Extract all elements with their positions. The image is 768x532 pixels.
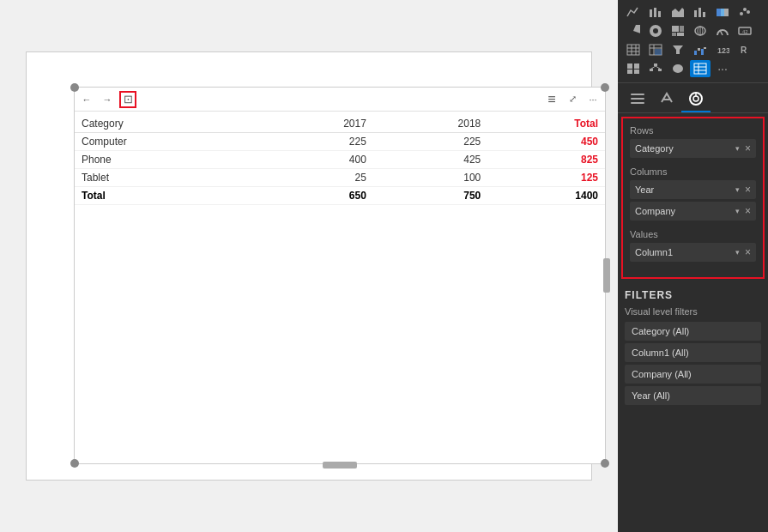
- viz-card-icon[interactable]: 42: [735, 22, 755, 39]
- chip-remove-company[interactable]: ×: [745, 205, 751, 217]
- svg-rect-7: [717, 9, 721, 16]
- svg-point-14: [651, 27, 660, 35]
- viz-bar-icon[interactable]: [645, 3, 666, 21]
- viz-icon-row-1: [623, 3, 763, 21]
- col-header-category: Category: [75, 115, 259, 133]
- right-panel: 42 123 R: [618, 0, 768, 532]
- cell-total: 825: [487, 151, 605, 169]
- col-header-2017: 2017: [259, 115, 373, 133]
- viz-icon-row-3: 123 R: [623, 41, 763, 58]
- table-header-row: Category 2017 2018 Total: [75, 115, 605, 133]
- svg-rect-37: [701, 49, 704, 55]
- svg-rect-18: [677, 33, 684, 36]
- back-button[interactable]: ←: [78, 91, 95, 108]
- category-chip[interactable]: Category ▾ ×: [630, 139, 756, 158]
- focus-mode-button[interactable]: ⊡: [119, 91, 136, 108]
- chip-arrow-column1[interactable]: ▾: [735, 248, 740, 257]
- menu-button[interactable]: ≡: [543, 91, 560, 108]
- cell-category: Tablet: [75, 169, 259, 187]
- viz-kpi-icon[interactable]: [623, 60, 644, 77]
- expand-button[interactable]: ⤢: [564, 91, 581, 108]
- svg-rect-2: [658, 11, 661, 17]
- viz-treemap-icon[interactable]: [668, 22, 688, 39]
- viz-waterfall-icon[interactable]: [690, 41, 711, 58]
- table-row: Phone 400 425 825: [75, 151, 605, 169]
- chip-remove-category[interactable]: ×: [745, 142, 751, 154]
- tab-analytics[interactable]: [681, 87, 711, 112]
- cell-category: Phone: [75, 151, 259, 169]
- visual-container: ← → ⊡ ≡ ⤢ ···: [74, 87, 606, 464]
- fields-section: Rows Category ▾ × Columns Year ▾ × Compa…: [621, 117, 765, 279]
- svg-line-49: [656, 66, 660, 69]
- table-row: Tablet 25 100 125: [75, 169, 605, 187]
- filter-year[interactable]: Year (All): [625, 386, 761, 405]
- viz-funnel-icon[interactable]: [668, 41, 688, 58]
- column1-chip[interactable]: Column1 ▾ ×: [630, 243, 756, 262]
- cell-2017: 400: [259, 151, 373, 169]
- viz-100bar-icon[interactable]: [712, 3, 733, 21]
- svg-rect-35: [694, 51, 697, 55]
- viz-pivot-table-icon[interactable]: [690, 60, 711, 77]
- cell-2017: 25: [259, 169, 373, 187]
- viz-icon-toolbar: 42 123 R: [618, 0, 768, 83]
- year-chip[interactable]: Year ▾ ×: [630, 180, 756, 199]
- viz-filled-map-icon[interactable]: [668, 60, 688, 77]
- resize-handle-tl[interactable]: [70, 83, 79, 92]
- svg-rect-0: [650, 9, 652, 17]
- viz-icon-row-2: 42: [623, 22, 763, 39]
- viz-map-icon[interactable]: [690, 22, 711, 39]
- svg-rect-9: [724, 9, 729, 16]
- visual-toolbar: ← → ⊡ ≡ ⤢ ···: [75, 88, 605, 112]
- viz-decomp-icon[interactable]: [645, 60, 666, 77]
- svg-rect-44: [634, 70, 639, 74]
- resize-handle-bottom[interactable]: [323, 462, 357, 469]
- viz-r-icon[interactable]: R: [735, 41, 755, 58]
- chip-arrow-category[interactable]: ▾: [735, 144, 740, 153]
- viz-line-icon[interactable]: [623, 3, 644, 21]
- resize-handle-tr[interactable]: [601, 83, 609, 92]
- viz-pie-icon[interactable]: [623, 22, 644, 39]
- resize-handle-br[interactable]: [601, 459, 609, 468]
- more-options-button[interactable]: ···: [584, 91, 602, 108]
- cell-2017: 225: [259, 133, 373, 151]
- cell-total: 125: [487, 169, 605, 187]
- viz-more-icon[interactable]: ···: [712, 60, 733, 77]
- filter-company[interactable]: Company (All): [625, 365, 761, 384]
- resize-handle-bl[interactable]: [70, 459, 79, 468]
- viz-donut-icon[interactable]: [645, 22, 666, 39]
- filter-column1[interactable]: Column1 (All): [625, 343, 761, 362]
- svg-text:42: 42: [742, 29, 748, 34]
- chip-remove-column1[interactable]: ×: [745, 246, 751, 258]
- values-field-group: Values Column1 ▾ ×: [630, 229, 756, 262]
- filter-category[interactable]: Category (All): [625, 322, 761, 341]
- company-chip[interactable]: Company ▾ ×: [630, 202, 756, 221]
- viz-column-icon[interactable]: [690, 3, 711, 21]
- viz-matrix-icon[interactable]: [645, 41, 666, 58]
- cell-totals-2017: 650: [259, 187, 373, 205]
- chip-arrow-year[interactable]: ▾: [735, 185, 740, 194]
- viz-table-icon[interactable]: [623, 41, 644, 58]
- svg-rect-46: [650, 69, 653, 71]
- chip-remove-year[interactable]: ×: [745, 184, 751, 196]
- svg-rect-25: [627, 45, 639, 55]
- svg-point-12: [747, 10, 750, 14]
- svg-marker-34: [673, 45, 683, 54]
- viz-gauge-icon[interactable]: [712, 22, 733, 39]
- svg-rect-45: [654, 63, 657, 66]
- viz-scatter-icon[interactable]: [735, 3, 755, 21]
- col-header-total: Total: [487, 115, 605, 133]
- forward-button[interactable]: →: [99, 91, 116, 108]
- viz-number-icon[interactable]: 123: [712, 41, 733, 58]
- viz-area-icon[interactable]: [668, 3, 688, 21]
- tab-fields[interactable]: [623, 87, 652, 112]
- chip-text-category: Category: [635, 143, 735, 154]
- cell-category: Computer: [75, 133, 259, 151]
- svg-rect-5: [698, 8, 701, 17]
- filters-title: FILTERS: [625, 289, 761, 301]
- svg-rect-1: [654, 8, 656, 17]
- tab-format[interactable]: [652, 87, 681, 112]
- resize-handle-right[interactable]: [603, 258, 610, 293]
- svg-point-60: [693, 96, 698, 101]
- cell-total: 450: [487, 133, 605, 151]
- chip-arrow-company[interactable]: ▾: [735, 207, 740, 215]
